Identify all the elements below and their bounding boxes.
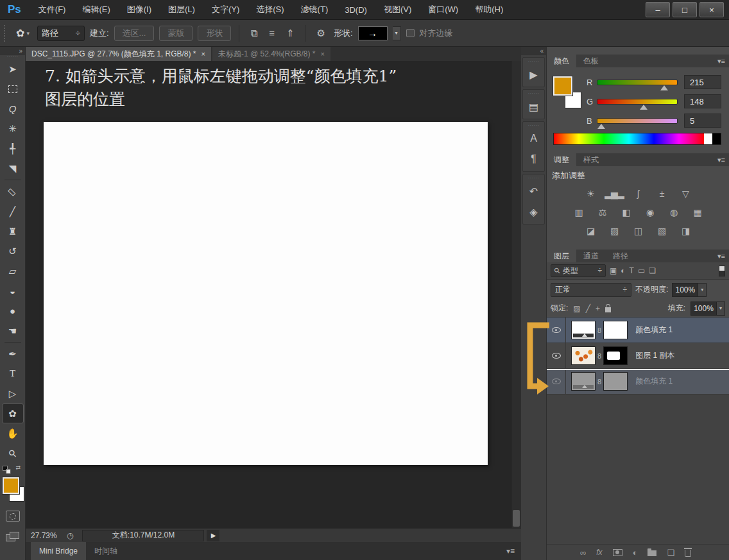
status-flyout-button[interactable]: ▶ (207, 530, 219, 541)
pen-tool[interactable]: ✒ (2, 344, 24, 364)
link-layers-icon[interactable]: ∞ (580, 548, 586, 557)
photo-filter-icon[interactable]: ◉ (641, 206, 659, 219)
canvas-area[interactable]: 7. 如箭头示意，用鼠标左键拖动调整“颜色填充1” 图层的位置 (26, 61, 511, 528)
black-swatch[interactable] (712, 133, 721, 144)
tool-mode-dropdown[interactable]: 路径 ÷ (37, 26, 85, 41)
blur-tool[interactable]: ● (2, 301, 24, 321)
lock-position-icon[interactable]: + (596, 304, 600, 313)
levels-icon[interactable]: ▂▅▂ (605, 187, 623, 200)
new-adjustment-layer-icon[interactable]: ◐ (633, 548, 638, 557)
path-alignment-icon[interactable]: ≡ (266, 28, 278, 38)
move-tool[interactable]: ➤ (2, 59, 24, 79)
tab-adjustments[interactable]: 调整 (547, 153, 576, 166)
clock-icon[interactable]: ◷ (63, 531, 77, 540)
eyedropper-tool[interactable]: ◥ (2, 158, 24, 178)
filter-toggle-switch[interactable] (719, 266, 725, 276)
panel-menu-icon[interactable]: ▾≡ (717, 252, 725, 260)
screen-mode-button[interactable] (6, 532, 20, 542)
paint-bucket-tool[interactable]: ◒ (2, 281, 24, 301)
shape-dropdown-caret[interactable]: ▾ (393, 26, 401, 40)
paragraph-panel-button[interactable]: ¶ (524, 149, 544, 169)
eye-icon[interactable] (552, 353, 561, 359)
filter-adjustment-layers-icon[interactable]: ◐ (621, 266, 625, 275)
panel-menu-icon[interactable]: ▾≡ (506, 547, 515, 556)
layer-mask-thumbnail[interactable] (603, 346, 628, 365)
menu-window[interactable]: 窗口(W) (420, 0, 467, 20)
document-canvas[interactable] (44, 122, 488, 465)
eye-icon[interactable] (552, 378, 561, 384)
menu-file[interactable]: 文件(F) (30, 0, 74, 20)
tab-mini-bridge[interactable]: Mini Bridge (31, 542, 86, 560)
layer-mask-thumbnail[interactable] (603, 372, 628, 391)
spectrum-gradient[interactable] (554, 133, 704, 144)
close-icon[interactable]: × (321, 50, 325, 58)
tab-color[interactable]: 颜色 (547, 55, 576, 67)
active-tool-button[interactable]: ✿ ▾ (13, 27, 32, 39)
lock-transparency-icon[interactable]: ▨ (573, 304, 580, 313)
threshold-icon[interactable]: ◫ (629, 225, 647, 237)
black-white-icon[interactable]: ◧ (617, 206, 635, 219)
hue-saturation-icon[interactable]: ▥ (570, 206, 588, 219)
maximize-button[interactable]: □ (673, 2, 697, 17)
healing-brush-tool[interactable]: ▭ (2, 182, 24, 201)
red-slider[interactable] (597, 80, 678, 85)
zoom-tool[interactable]: ⚲ (2, 443, 24, 463)
color-lookup-icon[interactable]: ▦ (689, 206, 707, 219)
brush-tool[interactable]: ╱ (2, 201, 24, 221)
gradient-map-icon[interactable]: ▧ (653, 225, 671, 237)
blue-slider[interactable] (597, 118, 678, 124)
delete-layer-icon[interactable] (685, 550, 691, 557)
chevron-down-icon[interactable]: ▾ (716, 302, 725, 315)
white-swatch[interactable] (704, 133, 712, 144)
channel-mixer-icon[interactable]: ◍ (665, 206, 683, 219)
vibrance-icon[interactable]: ▽ (676, 187, 694, 200)
lock-all-icon[interactable] (605, 307, 611, 312)
posterize-icon[interactable]: ▨ (605, 225, 623, 237)
type-tool[interactable]: T (2, 364, 24, 384)
hand-tool[interactable]: ✋ (2, 423, 24, 443)
color-spectrum-ramp[interactable] (553, 133, 721, 145)
filter-shape-layers-icon[interactable]: ▭ (638, 266, 645, 275)
selective-color-icon[interactable]: ◨ (676, 225, 694, 237)
tab-styles[interactable]: 样式 (576, 153, 606, 166)
eraser-tool[interactable]: ▱ (2, 261, 24, 281)
default-colors-icon[interactable]: ⇄ (3, 466, 15, 475)
red-value-field[interactable]: 215 (684, 75, 721, 89)
path-arrangement-icon[interactable]: ⇑ (283, 28, 298, 39)
panel-menu-icon[interactable]: ▾≡ (717, 57, 725, 65)
clone-stamp-tool[interactable]: ♜ (2, 221, 24, 241)
opacity-field[interactable]: 100% ▾ (672, 283, 707, 297)
filter-type-layers-icon[interactable]: T (630, 266, 634, 275)
tab-swatches[interactable]: 色板 (576, 55, 606, 67)
minimize-button[interactable]: – (646, 2, 670, 17)
green-value-field[interactable]: 148 (684, 94, 721, 108)
color-balance-icon[interactable]: ⚖ (594, 206, 612, 219)
history-brush-tool[interactable]: ↺ (2, 241, 24, 261)
filter-smart-objects-icon[interactable]: ❏ (649, 266, 656, 275)
canvas-vertical-scrollbar[interactable] (511, 61, 521, 528)
filter-pixel-layers-icon[interactable]: ▣ (610, 266, 617, 275)
layer-name[interactable]: 图层 1 副本 (635, 350, 674, 361)
menu-layer[interactable]: 图层(L) (160, 0, 203, 20)
lock-paint-icon[interactable]: ╱ (586, 304, 590, 313)
layer-row-color-fill-1-ghost[interactable]: 8 颜色填充 1 (547, 369, 729, 395)
menu-help[interactable]: 帮助(H) (467, 0, 511, 20)
panel-menu-icon[interactable]: ▾≡ (717, 156, 725, 164)
blue-slider-thumb[interactable] (597, 124, 605, 129)
chevron-down-icon[interactable]: ▾ (698, 284, 706, 296)
new-group-icon[interactable] (648, 550, 656, 556)
tab-timeline[interactable]: 时间轴 (86, 542, 126, 560)
zoom-level-field[interactable]: 27.73% (26, 531, 63, 540)
menu-filter[interactable]: 滤镜(T) (293, 0, 337, 20)
marquee-tool[interactable] (2, 79, 24, 99)
layer-row-layer-1-copy[interactable]: 8 图层 1 副本 (547, 343, 729, 369)
shape-preview[interactable]: → (358, 26, 388, 40)
path-selection-tool[interactable]: ▷ (2, 384, 24, 403)
scrollbar-thumb[interactable] (513, 510, 520, 527)
layer-name[interactable]: 颜色填充 1 (635, 325, 673, 335)
tab-layers[interactable]: 图层 (547, 250, 576, 262)
foreground-color-swatch[interactable] (3, 477, 19, 494)
character-panel-button[interactable]: A (524, 129, 544, 148)
close-button[interactable]: × (699, 2, 724, 17)
crop-tool[interactable]: ╃ (2, 139, 24, 158)
